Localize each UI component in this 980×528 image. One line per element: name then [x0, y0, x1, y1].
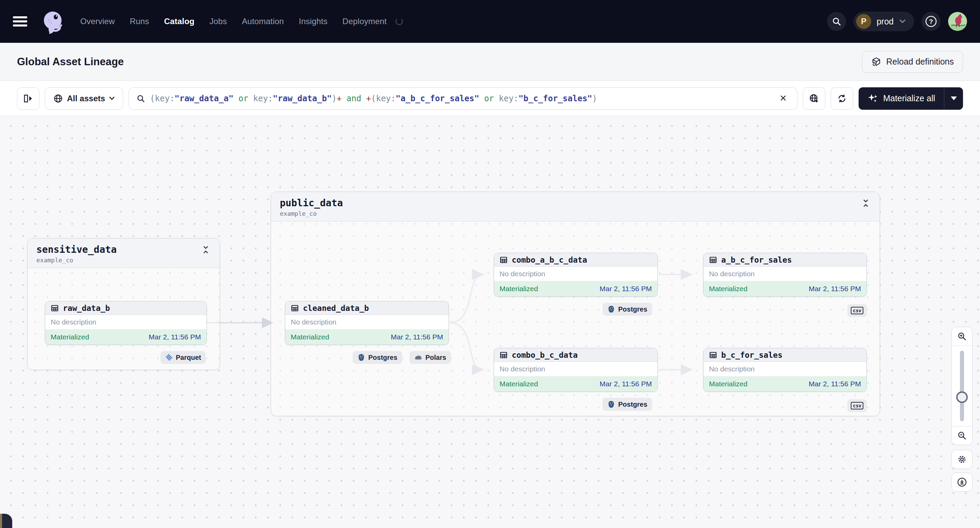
zoom-slider-thumb[interactable] [956, 392, 968, 403]
tag-label: Postgres [368, 354, 398, 362]
tag-postgres[interactable]: Postgres [603, 398, 652, 411]
asset-name: combo_a_b_c_data [512, 255, 587, 264]
tag-parquet[interactable]: Parquet [161, 351, 206, 364]
tag-label: Polars [425, 354, 446, 362]
nav-item-runs[interactable]: Runs [130, 17, 149, 26]
asset-status-row: Materialized Mar 2, 11:56 PM [285, 330, 449, 344]
refresh-icon [837, 94, 847, 104]
materialization-timestamp: Mar 2, 11:56 PM [600, 380, 652, 388]
group-location: example_co [37, 257, 117, 264]
nav-item-jobs[interactable]: Jobs [210, 17, 227, 26]
status-badge: Materialized [709, 380, 748, 388]
primary-nav: Overview Runs Catalog Jobs Automation In… [80, 17, 403, 26]
corner-artifact [0, 514, 12, 528]
open-side-panel-button[interactable] [17, 87, 40, 110]
help-button[interactable]: ? [921, 12, 940, 31]
download-icon [957, 477, 967, 487]
tag-label: Parquet [176, 354, 201, 362]
asset-description: No description [494, 362, 657, 376]
reload-cube-icon [871, 57, 881, 67]
panel-expand-icon [24, 94, 33, 103]
asset-node-combo-b-c-data[interactable]: combo_b_c_data No description Materializ… [494, 348, 658, 392]
status-badge: Materialized [291, 333, 329, 341]
clear-search-button[interactable]: ✕ [776, 92, 789, 105]
group-name: public_data [280, 197, 343, 209]
asset-node-raw-data-b[interactable]: raw_data_b No description Materialized M… [45, 301, 207, 345]
tag-postgres[interactable]: Postgres [353, 351, 402, 364]
group-location: example_co [280, 210, 343, 217]
parquet-icon [165, 354, 173, 361]
asset-scope-dropdown[interactable]: All assets [45, 87, 123, 110]
tag-csv[interactable]: csv [847, 399, 867, 412]
materialization-timestamp: Mar 2, 11:56 PM [391, 333, 443, 341]
help-icon: ? [924, 14, 938, 28]
search-icon [832, 17, 841, 26]
env-name: prod [877, 17, 894, 27]
csv-icon: csv [851, 307, 863, 314]
status-badge: Materialized [51, 333, 89, 341]
graph-settings-button[interactable] [951, 450, 972, 469]
search-button[interactable] [827, 12, 846, 31]
asset-description: No description [494, 267, 657, 281]
dagster-logo-icon[interactable] [39, 7, 68, 36]
tag-postgres[interactable]: Postgres [603, 303, 652, 316]
tag-polars[interactable]: Polars [409, 351, 451, 364]
asset-status-row: Materialized Mar 2, 11:56 PM [45, 330, 207, 344]
asset-search-input[interactable]: (key:"raw_data_a" or key:"raw_data_b")+ … [129, 87, 797, 110]
asset-status-row: Materialized Mar 2, 11:56 PM [703, 376, 866, 392]
asset-description: No description [45, 315, 207, 330]
materialization-timestamp: Mar 2, 11:56 PM [600, 285, 652, 293]
nav-item-catalog[interactable]: Catalog [164, 17, 194, 26]
hamburger-menu-icon[interactable] [13, 16, 27, 27]
asset-name: cleaned_data_b [303, 304, 369, 312]
status-badge: Materialized [709, 285, 748, 293]
refresh-button[interactable] [831, 87, 853, 110]
group-header: sensitive_data example_co [27, 238, 220, 268]
download-image-button[interactable] [951, 473, 972, 492]
nav-item-overview[interactable]: Overview [80, 17, 115, 26]
asset-node-combo-a-b-c-data[interactable]: combo_a_b_c_data No description Material… [494, 253, 658, 297]
lineage-canvas[interactable]: sensitive_data example_co public_data ex… [0, 117, 980, 528]
materialize-options-button[interactable] [944, 87, 963, 110]
gear-icon [957, 454, 967, 465]
asset-node-b-c-for-sales[interactable]: b_c_for_sales No description Materialize… [703, 348, 867, 392]
asset-node-a-b-c-for-sales[interactable]: a_b_c_for_sales No description Materiali… [703, 253, 867, 297]
asset-name: raw_data_b [63, 304, 110, 312]
table-icon [51, 304, 59, 312]
tag-csv[interactable]: csv [847, 304, 867, 317]
materialization-timestamp: Mar 2, 11:56 PM [809, 285, 861, 293]
materialize-all-button[interactable]: Materialize all [859, 93, 944, 104]
top-navbar: Overview Runs Catalog Jobs Automation In… [0, 0, 980, 43]
collapse-group-button[interactable] [200, 244, 211, 255]
materialization-timestamp: Mar 2, 11:56 PM [809, 380, 861, 388]
nav-item-deployment[interactable]: Deployment [342, 17, 387, 26]
page-header: Global Asset Lineage Reload definitions [0, 43, 980, 81]
zoom-out-icon [957, 431, 967, 440]
environment-switcher[interactable]: P prod [853, 11, 914, 31]
zoom-out-button[interactable] [952, 427, 972, 445]
zoom-in-button[interactable] [952, 327, 972, 346]
postgres-icon [607, 306, 615, 313]
env-avatar: P [856, 14, 871, 29]
asset-status-row: Materialized Mar 2, 11:56 PM [703, 281, 866, 296]
nav-item-insights[interactable]: Insights [299, 17, 328, 26]
caret-down-icon [951, 97, 957, 100]
reload-definitions-button[interactable]: Reload definitions [862, 51, 963, 73]
status-badge: Materialized [500, 380, 538, 388]
zoom-controls [951, 327, 972, 445]
materialization-timestamp: Mar 2, 11:56 PM [149, 333, 201, 341]
sparkle-icon [867, 93, 878, 104]
collapse-group-button[interactable] [861, 197, 871, 209]
asset-node-cleaned-data-b[interactable]: cleaned_data_b No description Materializ… [285, 301, 449, 345]
user-avatar[interactable] [948, 12, 967, 31]
tag-label: Postgres [618, 401, 648, 408]
zoom-slider[interactable] [952, 346, 972, 427]
asset-status-row: Materialized Mar 2, 11:56 PM [494, 281, 657, 296]
postgres-icon [607, 401, 615, 408]
materialize-all-split-button: Materialize all [859, 87, 963, 110]
create-catalog-view-button[interactable] [803, 87, 825, 110]
materialize-all-label: Materialize all [883, 94, 935, 103]
asset-selection-query[interactable]: (key:"raw_data_a" or key:"raw_data_b")+ … [150, 94, 772, 103]
asset-name: b_c_for_sales [721, 350, 783, 360]
nav-item-automation[interactable]: Automation [242, 17, 283, 26]
